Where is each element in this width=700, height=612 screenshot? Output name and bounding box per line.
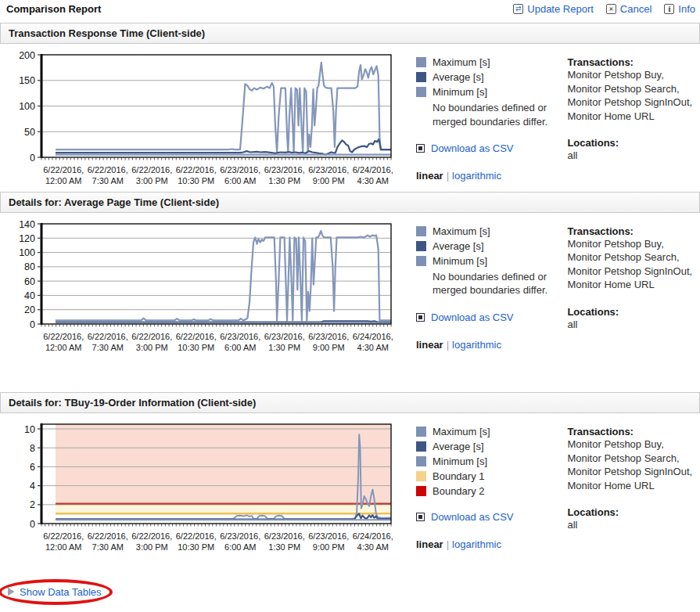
legend-item: Average [s]: [416, 240, 556, 252]
legend-item: Boundary 1: [416, 470, 556, 482]
section-header: Details for: TBuy-19-Order Information (…: [0, 392, 700, 413]
boundaries-note: No boundaries defined or merged boundari…: [433, 101, 556, 128]
legend-item: Average [s]: [416, 71, 556, 83]
legend-item: Maximum [s]: [416, 426, 556, 437]
svg-text:120: 120: [19, 232, 35, 243]
svg-text:8: 8: [30, 443, 35, 454]
svg-text:6: 6: [30, 462, 35, 473]
transactions-label: Transactions:: [567, 225, 700, 237]
download-icon: [416, 313, 425, 322]
svg-text:2: 2: [30, 499, 35, 510]
scale-logarithmic-option[interactable]: logarithmic: [452, 538, 501, 550]
page-title: Comparison Report: [6, 3, 101, 15]
transactions-value: Monitor Petshop Buy, Monitor Petshop Sea…: [567, 237, 700, 292]
x-tick-label: 6/23/2016,6:00 AM: [218, 531, 263, 553]
x-tick-label: 6/23/2016,1:30 PM: [263, 331, 307, 354]
close-icon: ×: [606, 4, 616, 14]
scale-linear-option[interactable]: linear: [416, 339, 443, 351]
update-report-button[interactable]: ⇄ Update Report: [513, 3, 594, 15]
top-bar: Comparison Report ⇄ Update Report × Canc…: [0, 0, 700, 18]
x-tick-label: 6/22/2016,7:30 AM: [86, 531, 131, 553]
download-csv-label: Download as CSV: [431, 311, 514, 323]
legend-label: Boundary 2: [433, 485, 485, 497]
expand-arrow-icon: [8, 588, 14, 596]
svg-text:20: 20: [24, 304, 35, 315]
svg-text:60: 60: [24, 275, 35, 286]
legend-swatch-icon: [416, 456, 426, 466]
x-axis-labels: 6/22/2016,12:00 AM6/22/2016,7:30 AM6/22/…: [41, 164, 395, 187]
legend-swatch-icon: [416, 226, 426, 236]
legend-label: Maximum [s]: [433, 225, 490, 237]
transactions-label: Transactions:: [567, 426, 700, 437]
legend-item: Maximum [s]: [416, 225, 556, 237]
download-icon: [416, 513, 425, 521]
x-tick-label: 6/22/2016,12:00 AM: [41, 331, 86, 354]
legend-label: Average [s]: [433, 441, 484, 452]
download-csv-link[interactable]: Download as CSV: [416, 311, 556, 323]
update-report-label: Update Report: [527, 3, 594, 15]
x-tick-label: 6/23/2016,6:00 AM: [218, 331, 263, 354]
x-tick-label: 6/22/2016,7:30 AM: [86, 164, 131, 187]
svg-text:200: 200: [19, 52, 35, 61]
toolbar: ⇄ Update Report × Cancel i Info: [513, 3, 695, 15]
legend-label: Minimum [s]: [433, 455, 487, 467]
svg-text:100: 100: [19, 247, 35, 258]
legend-label: Boundary 1: [433, 470, 485, 482]
cancel-button[interactable]: × Cancel: [606, 3, 652, 15]
x-axis-labels: 6/22/2016,12:00 AM6/22/2016,7:30 AM6/22/…: [41, 331, 395, 354]
x-tick-label: 6/22/2016,3:00 PM: [130, 164, 174, 187]
scale-toggle: linear|logarithmic: [416, 339, 556, 351]
x-tick-label: 6/23/2016,9:00 PM: [307, 331, 351, 354]
scale-divider: |: [447, 339, 449, 351]
legend-swatch-icon: [416, 87, 426, 97]
x-axis-labels: 6/22/2016,12:00 AM6/22/2016,7:30 AM6/22/…: [41, 531, 395, 553]
download-csv-link[interactable]: Download as CSV: [416, 142, 556, 154]
legend-item: Minimum [s]: [416, 455, 556, 467]
download-icon: [416, 144, 425, 153]
svg-text:100: 100: [19, 101, 35, 112]
legend-swatch-icon: [416, 471, 426, 481]
transactions-value: Monitor Petshop Buy, Monitor Petshop Sea…: [567, 437, 700, 492]
info-label: Info: [678, 3, 695, 15]
scale-logarithmic-option[interactable]: logarithmic: [452, 170, 501, 182]
svg-text:0: 0: [30, 319, 35, 329]
svg-text:10: 10: [24, 424, 35, 435]
download-csv-link[interactable]: Download as CSV: [416, 511, 556, 523]
show-data-tables-link[interactable]: Show Data Tables: [8, 586, 102, 598]
section-average-page-time: Details for: Average Page Time (Client-s…: [0, 192, 700, 354]
x-tick-label: 6/22/2016,12:00 AM: [41, 531, 86, 553]
scale-divider: |: [447, 538, 449, 550]
x-tick-label: 6/23/2016,6:00 AM: [218, 164, 263, 187]
chart-legend: Maximum [s]Average [s]Minimum [s]: [416, 56, 556, 98]
svg-text:50: 50: [24, 127, 35, 138]
x-tick-label: 6/23/2016,1:30 PM: [263, 164, 307, 187]
refresh-icon: ⇄: [513, 4, 523, 14]
x-tick-label: 6/24/2016,4:30 AM: [351, 164, 396, 187]
info-icon: i: [664, 4, 674, 14]
x-tick-label: 6/22/2016,10:30 PM: [174, 531, 219, 553]
scale-logarithmic-option[interactable]: logarithmic: [452, 339, 501, 351]
show-data-tables-label: Show Data Tables: [20, 586, 102, 598]
svg-text:140: 140: [19, 221, 35, 230]
legend-label: Average [s]: [433, 71, 484, 83]
scale-linear-option[interactable]: linear: [416, 170, 443, 182]
boundaries-note: No boundaries defined or merged boundari…: [433, 270, 556, 297]
section-header: Details for: Average Page Time (Client-s…: [0, 192, 700, 213]
x-tick-label: 6/23/2016,9:00 PM: [307, 164, 351, 187]
scale-linear-option[interactable]: linear: [416, 538, 443, 550]
legend-swatch-icon: [416, 441, 426, 452]
section-transaction-response-time: Transaction Response Time (Client-side) …: [0, 23, 700, 187]
download-csv-label: Download as CSV: [431, 511, 514, 523]
legend-swatch-icon: [416, 427, 426, 437]
svg-text:0: 0: [30, 153, 35, 164]
chart-tbuy-order-information: 0246810: [9, 421, 396, 530]
info-button[interactable]: i Info: [664, 3, 695, 15]
legend-swatch-icon: [416, 57, 426, 67]
cancel-label: Cancel: [620, 3, 652, 15]
transactions-label: Transactions:: [567, 56, 700, 68]
locations-value: all: [567, 149, 700, 163]
chart-legend: Maximum [s]Average [s]Minimum [s]Boundar…: [416, 426, 556, 497]
legend-item: Minimum [s]: [416, 86, 556, 98]
x-tick-label: 6/24/2016,4:30 AM: [351, 531, 396, 553]
locations-value: all: [567, 518, 700, 532]
